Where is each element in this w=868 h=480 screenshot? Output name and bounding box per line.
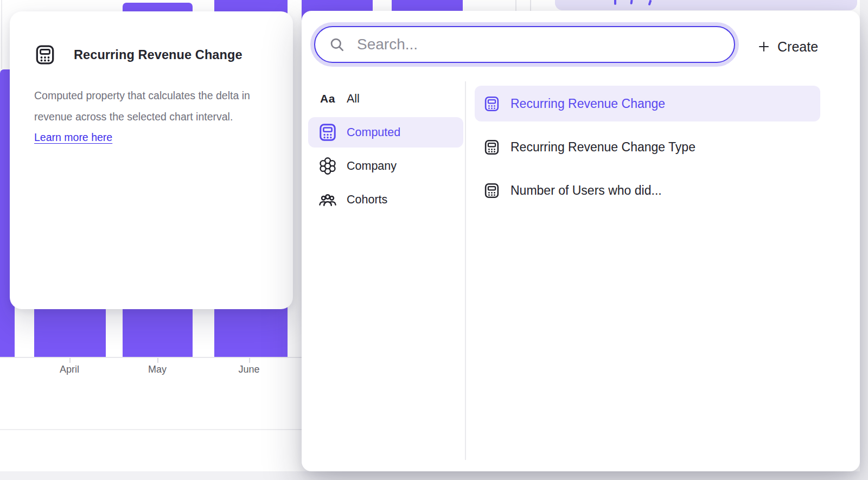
search-icon xyxy=(329,36,346,53)
clipped-property-pill xyxy=(555,0,857,10)
filter-item-computed[interactable]: Computed xyxy=(308,117,463,148)
calculator-icon xyxy=(483,95,500,112)
create-button[interactable]: Create xyxy=(757,35,818,59)
filter-label: All xyxy=(347,92,360,106)
x-axis-tick xyxy=(249,358,250,363)
x-axis-label-june: June xyxy=(238,364,259,375)
calculator-icon xyxy=(318,123,337,142)
tooltip-header: Recurring Revenue Change xyxy=(34,44,242,66)
property-tooltip-card: Recurring Revenue Change Computed proper… xyxy=(10,11,293,309)
result-label: Recurring Revenue Change Type xyxy=(510,140,695,155)
clipped-text-descender xyxy=(648,0,652,5)
filter-item-cohorts[interactable]: Cohorts xyxy=(308,184,463,215)
filter-label: Computed xyxy=(347,126,400,139)
column-divider xyxy=(465,81,466,460)
cohorts-icon xyxy=(318,190,337,209)
x-axis-label-may: May xyxy=(148,364,167,375)
clipped-text-descender xyxy=(614,0,616,5)
filter-item-company[interactable]: Company xyxy=(308,151,463,181)
result-label: Number of Users who did... xyxy=(510,183,662,198)
panel-edge-top-b xyxy=(530,0,531,11)
tooltip-description: Computed property that calculates the de… xyxy=(34,85,251,148)
search-box[interactable] xyxy=(314,26,735,63)
calculator-icon xyxy=(483,182,500,199)
filter-label: Company xyxy=(347,159,397,173)
filter-list: Aa All Computed Company Cohorts xyxy=(308,84,463,218)
tooltip-description-text: Computed property that calculates the de… xyxy=(34,89,250,123)
learn-more-link[interactable]: Learn more here xyxy=(34,131,112,143)
x-axis-tick xyxy=(69,358,71,363)
calculator-icon xyxy=(34,44,56,66)
plus-icon xyxy=(757,40,770,53)
x-axis-line xyxy=(0,357,302,358)
tooltip-title: Recurring Revenue Change xyxy=(74,48,242,62)
panel-divider-horizontal xyxy=(0,429,302,430)
search-input[interactable] xyxy=(357,36,693,53)
x-axis-label-april: April xyxy=(60,364,79,375)
panel-edge-left xyxy=(1,0,2,69)
text-format-icon: Aa xyxy=(318,92,337,105)
filter-item-all[interactable]: Aa All xyxy=(308,84,463,114)
x-axis-tick xyxy=(157,358,158,363)
create-button-label: Create xyxy=(777,39,818,55)
result-item[interactable]: Recurring Revenue Change xyxy=(475,86,820,121)
result-label: Recurring Revenue Change xyxy=(510,97,665,111)
company-icon xyxy=(318,156,337,176)
result-item[interactable]: Recurring Revenue Change Type xyxy=(475,129,820,165)
filter-label: Cohorts xyxy=(347,193,387,207)
calculator-icon xyxy=(483,139,500,156)
clipped-text-descender xyxy=(630,0,633,4)
panel-edge-top-a xyxy=(515,0,516,11)
result-list: Recurring Revenue Change Recurring Reven… xyxy=(475,86,820,216)
result-item[interactable]: Number of Users who did... xyxy=(475,172,820,208)
property-picker-modal: Create Aa All Computed Company Cohorts R… xyxy=(302,11,860,471)
